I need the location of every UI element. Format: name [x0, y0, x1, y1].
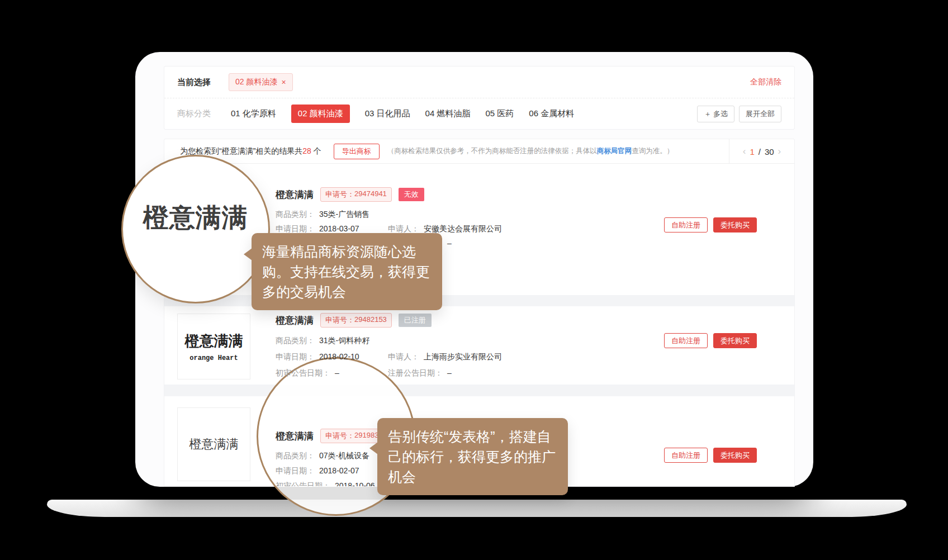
tooltip-text: 告别传统“发表格”，搭建自己的标行，获得更多的推广机会	[388, 429, 556, 485]
trademark-name[interactable]: 橙意满满	[276, 314, 314, 327]
entrust-purchase-button[interactable]: 委托购买	[713, 448, 757, 463]
pagination: ‹ 1 / 30 ›	[729, 139, 794, 164]
tooltip-text: 海量精品商标资源随心选购。支持在线交易，获得更多的交易机会	[262, 244, 430, 300]
field-value: 31类-饲料种籽	[319, 336, 369, 345]
page-separator: /	[759, 147, 761, 156]
field-label: 初审公告日期：	[276, 481, 330, 487]
result-row-2: 橙意满满 orange Heart 橙意满满 申请号：29482153 已注册 …	[164, 306, 795, 385]
expand-all-button[interactable]: 展开全部	[739, 106, 781, 122]
application-number-badge: 申请号：29482153	[320, 313, 392, 328]
field-value: –	[447, 368, 452, 377]
field-label: 注册公告日期：	[388, 368, 443, 377]
selected-filter-tag-text: 02 颜料油漆	[235, 77, 277, 87]
magnified-trademark-text: 橙意满满	[143, 201, 248, 235]
row-2-actions: 自助注册 委托购买	[664, 333, 757, 348]
self-register-button[interactable]: 自助注册	[664, 217, 708, 232]
field-label: 申请日期：	[276, 466, 315, 475]
field-value: 2018-03-07	[319, 224, 359, 233]
category-label: 商标分类	[177, 108, 211, 119]
category-tools: ＋ 多选 展开全部	[697, 106, 781, 122]
total-pages: 30	[765, 147, 774, 156]
current-selection-label: 当前选择	[177, 77, 211, 88]
tooltip-tail-icon	[244, 248, 252, 260]
application-number-label: 申请号：	[325, 315, 354, 325]
prev-page-icon[interactable]: ‹	[743, 146, 746, 157]
laptop-base	[47, 500, 907, 517]
field-label: 商品类别：	[276, 210, 315, 219]
tooltip-tail-icon	[369, 442, 378, 454]
field-label: 申请日期：	[276, 224, 315, 233]
current-selection-row: 当前选择 02 颜料油漆 × 全部清除	[164, 67, 794, 98]
field-value: –	[447, 239, 452, 248]
multi-select-button[interactable]: ＋ 多选	[697, 106, 734, 122]
thumbnail-sub-text: orange Heart	[189, 354, 238, 362]
application-number-value: 29482153	[354, 315, 387, 325]
trademark-name[interactable]: 橙意满满	[276, 430, 314, 443]
entrust-purchase-button[interactable]: 委托购买	[713, 333, 757, 348]
row-divider	[164, 385, 795, 396]
results-summary-suffix: 个	[311, 146, 321, 155]
field-value: 安徽美达会展有限公司	[424, 224, 502, 233]
field-label: 商品类别：	[276, 336, 315, 345]
application-number-label: 申请号：	[325, 431, 354, 441]
field-value: 上海雨步实业有限公司	[424, 352, 502, 361]
field-value: 2018-02-07	[319, 466, 359, 475]
field-value: 2018-02-10	[319, 352, 359, 361]
field-value: 2018-10-06	[335, 481, 375, 487]
category-item-01[interactable]: 01 化学原料	[231, 108, 276, 119]
field-label: 申请人：	[388, 352, 419, 361]
row-2-info: 橙意满满 申请号：29482153 已注册 商品类别：31类-饲料种籽 申请日期…	[276, 313, 432, 381]
filter-card: 当前选择 02 颜料油漆 × 全部清除 商标分类 01 化学原料 02 颜料油漆…	[164, 66, 795, 130]
category-item-02-active[interactable]: 02 颜料油漆	[291, 105, 350, 123]
category-item-06[interactable]: 06 金属材料	[529, 108, 574, 119]
tag-close-icon[interactable]: ×	[281, 78, 286, 87]
application-number-value: 29474941	[354, 189, 387, 200]
current-page: 1	[750, 147, 754, 156]
field-value: 07类-机械设备	[319, 451, 369, 460]
trademark-thumbnail-3[interactable]: 橙意满满	[177, 407, 250, 481]
application-number-label: 申请号：	[325, 189, 354, 200]
clear-all-button[interactable]: 全部清除	[750, 77, 781, 87]
trademark-thumbnail-2[interactable]: 橙意满满 orange Heart	[177, 314, 250, 379]
entrust-purchase-button[interactable]: 委托购买	[713, 217, 757, 232]
field-label: 初审公告日期：	[276, 368, 330, 377]
status-badge-invalid: 无效	[399, 188, 424, 201]
category-item-04[interactable]: 04 燃料油脂	[425, 108, 471, 119]
application-number-badge: 申请号：29474941	[320, 187, 392, 202]
results-count: 28	[302, 146, 311, 155]
stage: 当前选择 02 颜料油漆 × 全部清除 商标分类 01 化学原料 02 颜料油漆…	[0, 0, 948, 560]
disclaimer-pre: （商标检索结果仅供参考，不作为商标能否注册的法律依据；具体以	[387, 147, 597, 155]
self-register-button[interactable]: 自助注册	[664, 448, 708, 463]
magnifier-circle-zoomed-trademark: 橙意满满	[121, 155, 270, 303]
selected-filter-tag[interactable]: 02 颜料油漆 ×	[229, 73, 293, 91]
trademark-name[interactable]: 橙意满满	[276, 188, 314, 201]
trademark-office-link[interactable]: 商标局官网	[597, 147, 632, 155]
next-page-icon[interactable]: ›	[778, 146, 781, 157]
disclaimer-post: 查询为准。）	[632, 147, 674, 155]
thumbnail-main-text: 橙意满满	[185, 331, 243, 351]
row-3-actions: 自助注册 委托购买	[664, 448, 757, 463]
category-item-05[interactable]: 05 医药	[485, 108, 514, 119]
tooltip-promotion: 告别传统“发表格”，搭建自己的标行，获得更多的推广机会	[377, 418, 568, 495]
category-row: 商标分类 01 化学原料 02 颜料油漆 03 日化用品 04 燃料油脂 05 …	[164, 98, 794, 129]
self-register-button[interactable]: 自助注册	[664, 333, 708, 348]
disclaimer-text: （商标检索结果仅供参考，不作为商标能否注册的法律依据；具体以商标局官网查询为准。…	[387, 146, 674, 156]
results-summary-prefix: 为您检索到“橙意满满”相关的结果共	[180, 146, 302, 155]
row-1-actions: 自助注册 委托购买	[664, 217, 757, 232]
results-header: 为您检索到“橙意满满”相关的结果共28 个 导出商标 （商标检索结果仅供参考，不…	[164, 139, 794, 164]
thumbnail-main-text: 橙意满满	[189, 436, 239, 453]
field-label: 商品类别：	[276, 451, 315, 460]
field-value: 35类-广告销售	[319, 210, 369, 219]
tooltip-marketplace: 海量精品商标资源随心选购。支持在线交易，获得更多的交易机会	[252, 233, 442, 310]
field-label: 申请人：	[388, 224, 419, 233]
field-label: 申请日期：	[276, 352, 315, 361]
category-list: 01 化学原料 02 颜料油漆 03 日化用品 04 燃料油脂 05 医药 06…	[231, 105, 574, 123]
field-value: –	[335, 368, 339, 377]
status-badge-registered: 已注册	[399, 314, 432, 327]
row-3-info: 橙意满满 申请号：29198321 商品类别：07类-机械设备 申请日期：201…	[276, 429, 392, 487]
export-trademarks-button[interactable]: 导出商标	[334, 144, 380, 159]
category-item-03[interactable]: 03 日化用品	[365, 108, 410, 119]
